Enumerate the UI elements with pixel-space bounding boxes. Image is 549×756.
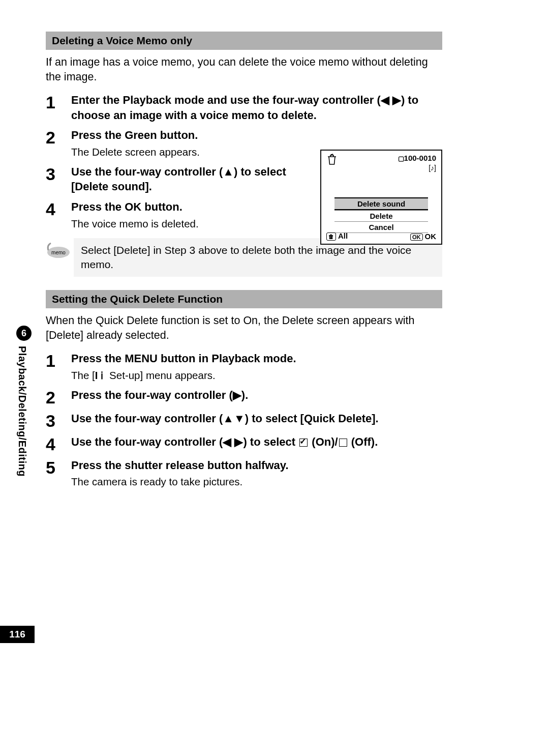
trash-icon xyxy=(326,154,338,166)
step-sub: The Delete screen appears. xyxy=(71,145,320,159)
step-number: 1 xyxy=(46,351,71,369)
checkbox-on-icon xyxy=(299,439,308,447)
step-number: 5 xyxy=(46,458,71,476)
step-sub: The voice memo is deleted. xyxy=(71,217,320,231)
section-intro: If an image has a voice memo, you can de… xyxy=(46,55,442,84)
step-number: 4 xyxy=(46,199,71,218)
checkbox-off-icon xyxy=(339,439,347,447)
step-sub: The camera is ready to take pictures. xyxy=(71,475,442,489)
step-title: Use the four-way controller (◀ ▶) to sel… xyxy=(71,434,442,450)
step-title: Enter the Playback mode and use the four… xyxy=(71,93,442,123)
step-number: 1 xyxy=(46,93,71,111)
section-intro: When the Quick Delete function is set to… xyxy=(46,313,442,343)
step-title: Press the shutter release button halfway… xyxy=(71,458,442,473)
step-title: Press the MENU button in Playback mode. xyxy=(71,351,442,366)
step-number: 2 xyxy=(46,388,71,406)
step-number: 3 xyxy=(46,164,71,183)
step-title: Press the OK button. xyxy=(71,199,320,215)
trash-all-icon: 🗑 xyxy=(326,232,336,241)
setup-icon: Iｉ xyxy=(95,369,107,381)
chapter-number: 6 xyxy=(16,326,32,341)
ok-box-icon: OK xyxy=(410,234,423,241)
step-number: 2 xyxy=(46,128,71,146)
memo-icon: memo xyxy=(46,238,74,263)
menu-delete-sound: Delete sound xyxy=(334,197,428,210)
ok-label: OK xyxy=(425,232,437,241)
section-heading: Deleting a Voice Memo only xyxy=(46,32,442,50)
folder-icon: ▢ xyxy=(398,155,404,162)
file-number: 100-0010 xyxy=(404,154,436,162)
section-heading: Setting the Quick Delete Function xyxy=(46,290,442,308)
step-sub: The [Iｉ Set-up] menu appears. xyxy=(71,368,442,383)
step-number: 3 xyxy=(46,411,71,429)
step-title: Press the four-way controller (▶). xyxy=(71,388,442,403)
camera-screen-mock: ▢100-0010 [♪] Delete sound Delete Cancel… xyxy=(320,150,442,245)
step-title: Use the four-way controller (▲▼) to sele… xyxy=(71,411,442,426)
page-number: 116 xyxy=(0,626,35,643)
svg-text:memo: memo xyxy=(51,250,66,255)
voice-memo-icon: [♪] xyxy=(429,164,436,172)
chapter-tab: 6 Playback/Deleting/Editing xyxy=(16,326,32,477)
step-number: 4 xyxy=(46,434,71,453)
step-title: Use the four-way controller (▲) to selec… xyxy=(71,164,320,194)
all-label: All xyxy=(338,231,348,240)
chapter-label: Playback/Deleting/Editing xyxy=(16,346,28,477)
menu-delete: Delete xyxy=(334,210,428,221)
step-title: Press the Green button. xyxy=(71,128,320,143)
